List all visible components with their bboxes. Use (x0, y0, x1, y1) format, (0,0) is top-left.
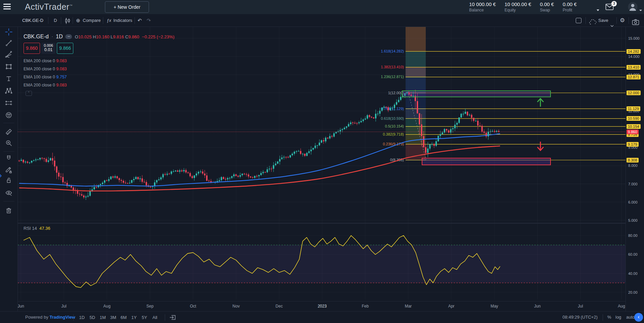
trend-line-icon[interactable] (4, 39, 13, 47)
time-label: Apr (448, 304, 455, 309)
last-price-badge: 9.860 (627, 130, 639, 134)
rsi-label: 80.00 (628, 234, 638, 238)
cloud-save-icon[interactable] (589, 17, 597, 24)
indicator-row[interactable]: EMA 200 close 0 9.083 (24, 57, 67, 65)
undo-button[interactable]: ↶ (138, 14, 142, 27)
horizontal-rays (406, 51, 626, 160)
app-logo: ActivTrader™ (25, 2, 73, 12)
interval-button[interactable]: D (54, 14, 57, 27)
svg-text:1.618(14.282): 1.618(14.282) (381, 49, 404, 53)
settings-gear-icon[interactable]: ⚙ (620, 14, 625, 27)
redo-button[interactable]: ↷ (147, 14, 151, 27)
compare-button[interactable]: Compare (83, 14, 101, 27)
price-level-badge: 10.590 (627, 116, 641, 121)
legend-symbol[interactable]: CBK.GE-d (24, 34, 49, 40)
layout-icon[interactable] (576, 18, 581, 23)
percent-scale-button[interactable]: % (607, 315, 611, 320)
xabcd-pattern-icon[interactable] (4, 86, 13, 95)
price-level-badge: 8.308 (627, 158, 639, 163)
time-label: Jul (61, 304, 66, 309)
time-label: Sep (146, 304, 153, 309)
time-label: Oct (190, 304, 196, 309)
price-level-badge: 13.410 (627, 65, 641, 70)
text-icon[interactable] (4, 74, 13, 83)
avatar[interactable] (628, 2, 638, 13)
trash-icon[interactable] (4, 206, 13, 215)
ruler-icon[interactable] (4, 128, 13, 136)
price-level-badge: 9.179 (627, 142, 639, 147)
account-stat-profit: 0.00 €Profit (563, 1, 577, 12)
avatar-dropdown-caret[interactable] (639, 10, 642, 11)
indicators-button[interactable]: Indicators (113, 14, 132, 27)
rsi-value: 47.36 (39, 226, 50, 231)
buy-button[interactable]: 9.866 (57, 43, 73, 54)
svg-text:1.382(13.410): 1.382(13.410) (381, 65, 404, 69)
indicator-row[interactable]: EMA 200 close 0 9.083 (24, 81, 67, 89)
range-button-5y[interactable]: 5Y (139, 312, 150, 323)
chart-canvas[interactable]: 1.618(14.282)1.382(13.410)1.236(12.871)1… (0, 0, 644, 323)
indicator-row[interactable]: EMA 100 close 0 9.757 (24, 73, 67, 81)
price-level-badge: 12.871 (627, 75, 641, 79)
time-axis[interactable]: ⚙ JunJulAugSepOctNovDec2023FebMarAprMayJ… (0, 301, 644, 311)
rsi-label: 40.00 (628, 272, 638, 276)
svg-text:0.382(9.718): 0.382(9.718) (383, 132, 404, 136)
sell-button[interactable]: 9.860 (24, 43, 40, 54)
legend-collapse-button[interactable]: ˆ (26, 91, 32, 96)
range-button-6m[interactable]: 6M (118, 312, 129, 323)
range-button-3m[interactable]: 3M (108, 312, 118, 323)
indicator-row[interactable]: EMA 200 close 0 9.083 (24, 65, 67, 73)
price-label: 15.000 (628, 36, 640, 40)
sidebar-expander-icon[interactable]: › (0, 171, 2, 180)
spread-indicator: 0.0060.01 (41, 43, 55, 54)
sidebar-divider (3, 201, 14, 202)
range-button-5d[interactable]: 5D (87, 312, 98, 323)
clock[interactable]: 08:49:29 (UTC+2) (557, 315, 598, 320)
profit-dropdown-caret[interactable] (597, 9, 599, 11)
time-label: Feb (362, 304, 369, 309)
gann-fib-icon[interactable] (4, 50, 13, 59)
chart-style-icon[interactable] (64, 17, 71, 24)
fib-labels: 1.618(14.282)1.382(13.410)1.236(12.871)1… (381, 49, 404, 162)
panel-collapse-button[interactable]: ‹ (634, 313, 643, 322)
draw-lock-icon[interactable] (4, 165, 13, 174)
rsi-label: 60.00 (628, 252, 638, 256)
change-value: −0.225 (−2.23%) (142, 34, 175, 39)
account-stat-equity: 10 000.00 €Equity (504, 1, 531, 12)
time-label: Dec (275, 304, 282, 309)
price-label: 14.000 (628, 55, 640, 59)
price-label: 5.000 (628, 218, 638, 222)
magnet-icon[interactable] (4, 154, 13, 163)
hide-drawings-icon[interactable] (4, 188, 13, 197)
range-button-1y[interactable]: 1Y (129, 312, 139, 323)
sidebar-divider (3, 123, 14, 123)
rectangle-icon[interactable] (4, 62, 13, 71)
lock-all-icon[interactable] (4, 176, 13, 185)
rsi-label: 20.00 (628, 290, 638, 294)
save-button[interactable]: Save (598, 14, 608, 27)
legend-interval: 1D (56, 34, 63, 40)
log-scale-button[interactable]: log (615, 315, 621, 320)
goto-date-icon[interactable] (169, 314, 176, 322)
symbol-search-button[interactable]: CBK.GE-D (22, 14, 43, 27)
time-label: Jun (534, 304, 540, 309)
save-caret-icon[interactable] (610, 20, 614, 22)
account-stat-swap: 0.00 €Swap (540, 1, 554, 12)
zoom-in-icon[interactable] (4, 139, 13, 147)
range-button-1d[interactable]: 1D (77, 312, 87, 323)
time-label: Jun (17, 304, 24, 309)
auto-scale-button[interactable]: auto (626, 315, 634, 320)
tradingview-link[interactable]: TradingView (49, 315, 75, 320)
menu-icon[interactable] (3, 4, 11, 10)
emoji-icon[interactable] (4, 111, 13, 119)
new-order-button[interactable]: + New Order (105, 1, 149, 13)
crosshair-icon[interactable] (4, 28, 13, 36)
legend-collapse-pill[interactable]: – (65, 34, 72, 39)
screenshot-camera-icon[interactable] (632, 17, 639, 24)
price-level-badge: 14.282 (627, 49, 641, 54)
range-button-all[interactable]: All (150, 312, 160, 323)
app-header: ActivTrader™ + New Order 10 000.00 €Bala… (0, 0, 644, 14)
range-button-1m[interactable]: 1M (98, 312, 108, 323)
price-axis[interactable]: 15.00014.00013.00011.0009.0008.0007.0006… (626, 27, 644, 311)
forecast-icon[interactable] (4, 99, 13, 107)
svg-text:1.236(12.871): 1.236(12.871) (381, 75, 404, 79)
